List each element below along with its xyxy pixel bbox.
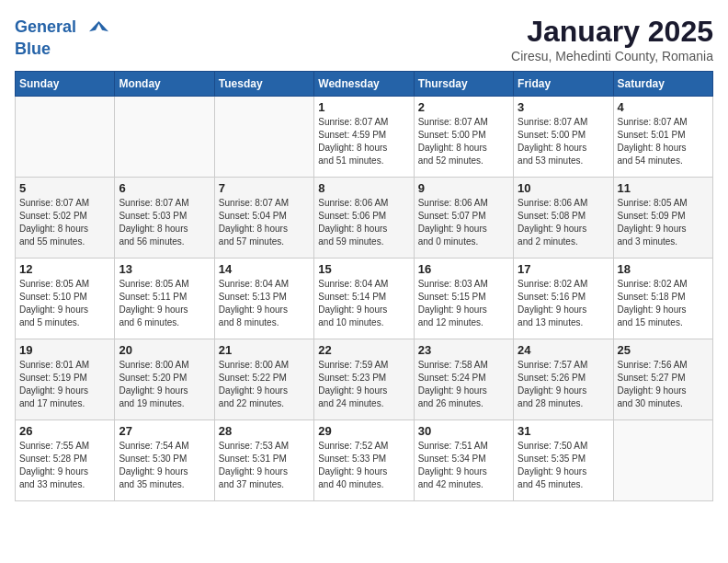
day-info: Sunrise: 8:05 AM Sunset: 5:11 PM Dayligh… — [119, 278, 210, 329]
calendar-cell: 22Sunrise: 7:59 AM Sunset: 5:23 PM Dayli… — [314, 339, 414, 420]
calendar-cell: 6Sunrise: 8:07 AM Sunset: 5:03 PM Daylig… — [115, 178, 214, 259]
day-info: Sunrise: 8:07 AM Sunset: 5:04 PM Dayligh… — [219, 197, 310, 248]
calendar-cell: 26Sunrise: 7:55 AM Sunset: 5:28 PM Dayli… — [16, 420, 115, 501]
day-info: Sunrise: 7:53 AM Sunset: 5:31 PM Dayligh… — [219, 440, 310, 491]
calendar-cell: 8Sunrise: 8:06 AM Sunset: 5:06 PM Daylig… — [314, 178, 414, 259]
calendar-cell: 16Sunrise: 8:03 AM Sunset: 5:15 PM Dayli… — [414, 259, 513, 339]
day-number: 15 — [318, 262, 409, 276]
day-info: Sunrise: 7:52 AM Sunset: 5:33 PM Dayligh… — [318, 440, 409, 491]
day-number: 18 — [618, 262, 709, 276]
day-info: Sunrise: 8:07 AM Sunset: 5:02 PM Dayligh… — [19, 197, 110, 248]
day-number: 4 — [618, 100, 709, 114]
location-subtitle: Ciresu, Mehedinti County, Romania — [511, 49, 713, 63]
day-info: Sunrise: 8:07 AM Sunset: 5:01 PM Dayligh… — [618, 116, 709, 167]
calendar-week-row: 1Sunrise: 8:07 AM Sunset: 4:59 PM Daylig… — [16, 97, 713, 178]
day-number: 30 — [418, 424, 509, 438]
calendar-week-row: 26Sunrise: 7:55 AM Sunset: 5:28 PM Dayli… — [16, 420, 713, 501]
day-number: 5 — [19, 181, 110, 195]
day-number: 22 — [318, 343, 409, 357]
calendar-cell: 20Sunrise: 8:00 AM Sunset: 5:20 PM Dayli… — [115, 339, 214, 420]
calendar-cell: 29Sunrise: 7:52 AM Sunset: 5:33 PM Dayli… — [314, 420, 414, 501]
calendar-cell — [214, 97, 313, 178]
calendar-cell: 15Sunrise: 8:04 AM Sunset: 5:14 PM Dayli… — [314, 259, 414, 339]
logo-blue: Blue — [15, 40, 108, 59]
logo-bird-icon — [83, 15, 108, 40]
calendar-cell: 4Sunrise: 8:07 AM Sunset: 5:01 PM Daylig… — [613, 97, 712, 178]
day-number: 29 — [318, 424, 409, 438]
day-info: Sunrise: 8:01 AM Sunset: 5:19 PM Dayligh… — [19, 359, 110, 410]
day-info: Sunrise: 8:05 AM Sunset: 5:10 PM Dayligh… — [19, 278, 110, 329]
calendar-cell: 7Sunrise: 8:07 AM Sunset: 5:04 PM Daylig… — [214, 178, 313, 259]
calendar-header-friday: Friday — [514, 72, 613, 97]
day-number: 16 — [418, 262, 509, 276]
calendar-cell: 2Sunrise: 8:07 AM Sunset: 5:00 PM Daylig… — [414, 97, 513, 178]
calendar-cell — [115, 97, 214, 178]
day-number: 7 — [219, 181, 310, 195]
day-number: 17 — [518, 262, 609, 276]
calendar-header-tuesday: Tuesday — [214, 72, 313, 97]
calendar-cell — [613, 420, 712, 501]
day-info: Sunrise: 8:07 AM Sunset: 5:00 PM Dayligh… — [518, 116, 609, 167]
day-number: 28 — [219, 424, 310, 438]
calendar-cell: 19Sunrise: 8:01 AM Sunset: 5:19 PM Dayli… — [16, 339, 115, 420]
day-info: Sunrise: 8:06 AM Sunset: 5:08 PM Dayligh… — [518, 197, 609, 248]
calendar-header-monday: Monday — [115, 72, 214, 97]
day-number: 27 — [119, 424, 210, 438]
day-info: Sunrise: 8:02 AM Sunset: 5:18 PM Dayligh… — [618, 278, 709, 329]
calendar-cell: 11Sunrise: 8:05 AM Sunset: 5:09 PM Dayli… — [613, 178, 712, 259]
day-number: 13 — [119, 262, 210, 276]
day-info: Sunrise: 8:03 AM Sunset: 5:15 PM Dayligh… — [418, 278, 509, 329]
logo-text: General — [15, 15, 108, 40]
month-title: January 2025 — [511, 15, 713, 49]
calendar-header-row: SundayMondayTuesdayWednesdayThursdayFrid… — [16, 72, 713, 97]
day-info: Sunrise: 8:02 AM Sunset: 5:16 PM Dayligh… — [518, 278, 609, 329]
day-info: Sunrise: 7:58 AM Sunset: 5:24 PM Dayligh… — [418, 359, 509, 410]
day-number: 6 — [119, 181, 210, 195]
day-number: 12 — [19, 262, 110, 276]
calendar-cell: 25Sunrise: 7:56 AM Sunset: 5:27 PM Dayli… — [613, 339, 712, 420]
calendar-cell: 12Sunrise: 8:05 AM Sunset: 5:10 PM Dayli… — [16, 259, 115, 339]
day-info: Sunrise: 8:06 AM Sunset: 5:06 PM Dayligh… — [318, 197, 409, 248]
calendar-cell — [16, 97, 115, 178]
title-block: January 2025 Ciresu, Mehedinti County, R… — [511, 15, 713, 63]
day-info: Sunrise: 7:57 AM Sunset: 5:26 PM Dayligh… — [518, 359, 609, 410]
calendar-header-sunday: Sunday — [16, 72, 115, 97]
calendar-header-wednesday: Wednesday — [314, 72, 414, 97]
calendar-cell: 9Sunrise: 8:06 AM Sunset: 5:07 PM Daylig… — [414, 178, 513, 259]
calendar-week-row: 5Sunrise: 8:07 AM Sunset: 5:02 PM Daylig… — [16, 178, 713, 259]
page-header: General Blue January 2025 Ciresu, Mehedi… — [15, 15, 713, 63]
day-number: 26 — [19, 424, 110, 438]
calendar-cell: 24Sunrise: 7:57 AM Sunset: 5:26 PM Dayli… — [514, 339, 613, 420]
calendar-cell: 23Sunrise: 7:58 AM Sunset: 5:24 PM Dayli… — [414, 339, 513, 420]
day-number: 24 — [518, 343, 609, 357]
calendar-cell: 13Sunrise: 8:05 AM Sunset: 5:11 PM Dayli… — [115, 259, 214, 339]
day-info: Sunrise: 8:00 AM Sunset: 5:22 PM Dayligh… — [219, 359, 310, 410]
calendar-cell: 1Sunrise: 8:07 AM Sunset: 4:59 PM Daylig… — [314, 97, 414, 178]
svg-marker-0 — [89, 21, 108, 31]
day-number: 19 — [19, 343, 110, 357]
day-info: Sunrise: 8:04 AM Sunset: 5:14 PM Dayligh… — [318, 278, 409, 329]
calendar-cell: 28Sunrise: 7:53 AM Sunset: 5:31 PM Dayli… — [214, 420, 313, 501]
day-number: 8 — [318, 181, 409, 195]
day-number: 14 — [219, 262, 310, 276]
day-info: Sunrise: 8:07 AM Sunset: 5:00 PM Dayligh… — [418, 116, 509, 167]
day-info: Sunrise: 8:07 AM Sunset: 5:03 PM Dayligh… — [119, 197, 210, 248]
day-info: Sunrise: 8:05 AM Sunset: 5:09 PM Dayligh… — [618, 197, 709, 248]
day-info: Sunrise: 8:06 AM Sunset: 5:07 PM Dayligh… — [418, 197, 509, 248]
day-info: Sunrise: 7:56 AM Sunset: 5:27 PM Dayligh… — [618, 359, 709, 410]
calendar-cell: 27Sunrise: 7:54 AM Sunset: 5:30 PM Dayli… — [115, 420, 214, 501]
day-number: 11 — [618, 181, 709, 195]
day-info: Sunrise: 7:55 AM Sunset: 5:28 PM Dayligh… — [19, 440, 110, 491]
logo-general: General — [15, 17, 76, 36]
day-number: 20 — [119, 343, 210, 357]
calendar-cell: 14Sunrise: 8:04 AM Sunset: 5:13 PM Dayli… — [214, 259, 313, 339]
calendar-cell: 18Sunrise: 8:02 AM Sunset: 5:18 PM Dayli… — [613, 259, 712, 339]
calendar-table: SundayMondayTuesdayWednesdayThursdayFrid… — [15, 71, 713, 501]
calendar-cell: 17Sunrise: 8:02 AM Sunset: 5:16 PM Dayli… — [514, 259, 613, 339]
day-number: 10 — [518, 181, 609, 195]
logo: General Blue — [15, 15, 108, 59]
day-number: 3 — [518, 100, 609, 114]
day-info: Sunrise: 8:04 AM Sunset: 5:13 PM Dayligh… — [219, 278, 310, 329]
calendar-week-row: 12Sunrise: 8:05 AM Sunset: 5:10 PM Dayli… — [16, 259, 713, 339]
day-number: 21 — [219, 343, 310, 357]
